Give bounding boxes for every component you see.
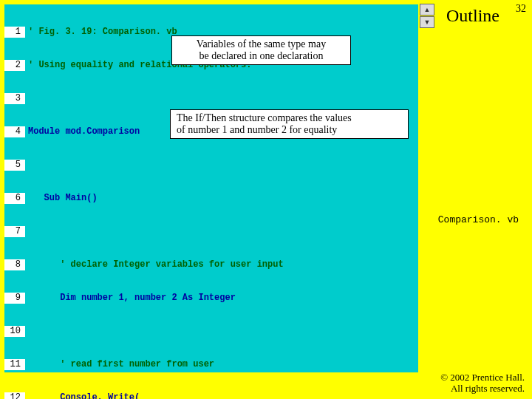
line-number: 7	[4, 226, 25, 237]
copyright-line: © 2002 Prentice Hall.	[440, 372, 525, 383]
line-number: 9	[4, 293, 25, 304]
line-number: 3	[4, 93, 25, 104]
code-line	[25, 326, 28, 337]
code-line	[25, 160, 28, 171]
page-number: 32	[516, 3, 526, 15]
code-line: Module mod.Comparison	[25, 126, 140, 137]
code-line: Console. Write(	[25, 392, 140, 399]
line-number: 5	[4, 160, 25, 171]
code-line: Sub Main()	[25, 193, 98, 204]
line-number: 8	[4, 259, 25, 270]
line-number: 11	[4, 359, 25, 370]
code-line: ' read first number from user	[25, 359, 214, 370]
line-number: 10	[4, 326, 25, 337]
outline-label: Outline	[446, 6, 499, 26]
code-line: Dim number 1, number 2 As Integer	[25, 293, 236, 304]
nav-up-button[interactable]: ▲	[420, 4, 434, 16]
line-number: 4	[4, 126, 25, 137]
code-line: ' declare Integer variables for user inp…	[25, 259, 284, 270]
callout-variables: Variables of the same type may be declar…	[171, 35, 351, 65]
callout-text: The If/Then structure compares the value…	[177, 112, 352, 123]
code-line	[25, 93, 28, 104]
callout-text: Variables of the same type may	[197, 38, 326, 50]
footer: © 2002 Prentice Hall. All rights reserve…	[440, 372, 525, 395]
code-line	[25, 226, 28, 237]
line-number: 6	[4, 193, 25, 204]
filename-label: Comparison. vb	[438, 214, 519, 225]
rights-line: All rights reserved.	[451, 383, 525, 394]
line-number: 1	[4, 27, 25, 38]
callout-text: of number 1 and number 2 for equality	[177, 124, 337, 135]
callout-text: be declared in one declaration	[200, 50, 324, 61]
callout-ifthen: The If/Then structure compares the value…	[170, 109, 409, 139]
code-line: ' Fig. 3. 19: Comparison. vb	[25, 27, 177, 38]
line-number: 2	[4, 60, 25, 71]
nav-down-button[interactable]: ▼	[420, 16, 434, 28]
line-number: 12	[4, 392, 25, 399]
